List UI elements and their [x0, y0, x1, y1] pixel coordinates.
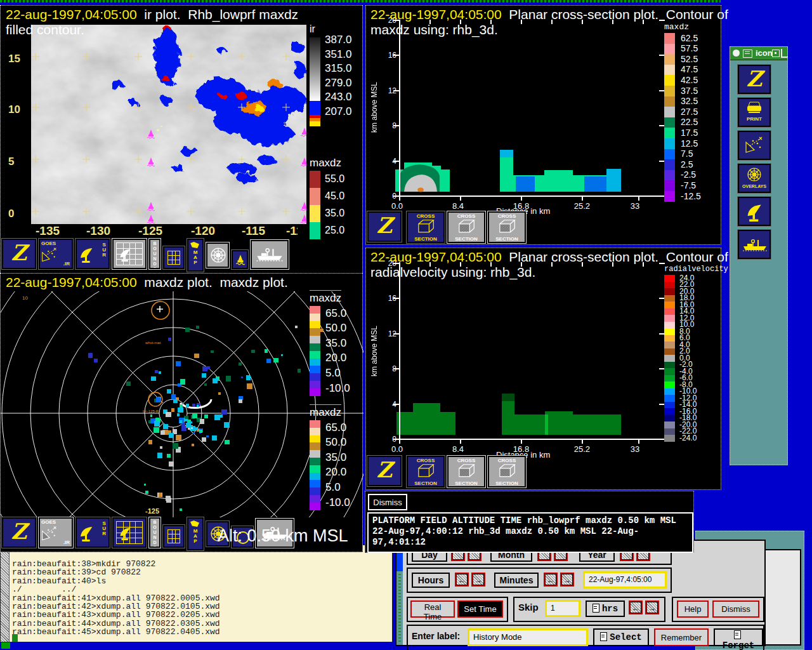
cube-icon [457, 219, 477, 235]
skip-back-button[interactable]: ← [629, 600, 643, 614]
colorbar-label: -12.5 [681, 191, 701, 201]
echo-pixel [180, 379, 185, 384]
colorbar-label: 35.0 [325, 451, 346, 464]
colorbar-cells [664, 33, 675, 202]
axis-tick-label: 0 [383, 192, 396, 201]
echo-pixel [88, 353, 93, 357]
echo-pixel [202, 366, 207, 371]
colorbar-label: 65.0 [325, 421, 346, 434]
surveillance-button[interactable]: S U R [75, 239, 110, 269]
control-scrollbar[interactable] [396, 541, 403, 645]
ir-colorbar-title: ir [310, 23, 315, 35]
colorbar-label: -7.5 [681, 180, 696, 190]
polar-overlay-button[interactable] [206, 242, 229, 268]
echo-pixel [148, 440, 152, 444]
help-button[interactable]: Help [677, 600, 709, 618]
tick [582, 439, 583, 444]
zebra-button[interactable]: Z [367, 456, 402, 486]
map-button[interactable]: M A P [187, 239, 204, 272]
select-button[interactable]: Select [593, 628, 649, 646]
overlays-button[interactable]: OVERLAYS [738, 164, 771, 193]
window-menu-icon[interactable] [733, 50, 740, 56]
satellite-button[interactable] [738, 131, 771, 160]
icon-window-titlebar[interactable]: icon [730, 47, 787, 60]
grid-button[interactable] [163, 525, 185, 548]
hours-forward-button[interactable]: → [471, 573, 485, 587]
print-button[interactable]: PRINT [738, 98, 771, 127]
goes-ir-button[interactable]: GOES.IR [39, 517, 73, 548]
y-axis [399, 20, 400, 196]
minutes-forward-button[interactable]: → [560, 573, 574, 587]
skip-units-button[interactable]: hrs [586, 600, 625, 617]
ship-button[interactable] [738, 230, 771, 259]
echo-pixel [212, 435, 217, 441]
skip-field[interactable]: 1 [545, 600, 580, 617]
cross-section-button[interactable]: CROSSSECTION [447, 211, 485, 243]
buoy-button[interactable] [232, 250, 248, 269]
ship-button[interactable] [251, 240, 289, 269]
y-axis-label: km above MSL [370, 82, 379, 133]
zebra-button[interactable]: Z [2, 517, 36, 548]
echo-pixel [191, 427, 193, 429]
remember-button[interactable]: Remember [654, 628, 709, 646]
echo-pixel [226, 376, 232, 381]
window-list-icon[interactable] [743, 50, 752, 58]
echo-pixel [173, 399, 177, 403]
cross-section-button[interactable]: CROSSSECTION [447, 456, 485, 488]
cube-icon [497, 463, 518, 480]
echo-pixel [150, 415, 153, 417]
echo-pixel [185, 416, 188, 419]
zebra-home-button[interactable]: Z [738, 65, 771, 94]
colorbar-label: 45.0 [325, 190, 344, 202]
cross-section-button[interactable]: CROSSSECTION [407, 211, 445, 243]
terminal-window[interactable]: 970806/ 970817/ cover.girs/rain:beaufait… [0, 545, 393, 642]
zebra-button[interactable]: Z [367, 211, 402, 242]
bounds-button[interactable]: B O U N D S [149, 239, 160, 269]
surveillance-button[interactable]: S U R [75, 517, 110, 548]
bounds-button[interactable]: B O U N D S [149, 517, 160, 548]
colorbar-label: 351.0 [325, 48, 352, 61]
window-iconify-icon[interactable] [772, 50, 780, 57]
window-resize-icon[interactable] [781, 49, 788, 58]
hours-button[interactable]: Hours [412, 573, 450, 588]
cross-section-button[interactable]: CROSSSECTION [488, 456, 526, 488]
section-label: SECTION [489, 481, 525, 486]
label-field[interactable]: History Mode [468, 628, 588, 646]
map-label: M A P [188, 529, 202, 544]
colorbar-label: 62.5 [681, 33, 698, 43]
cross-section-button[interactable]: CROSSSECTION [407, 456, 445, 488]
echo-pixel [157, 453, 162, 458]
time-field[interactable]: 22-Aug-97,4:05:00 [583, 571, 667, 588]
dismiss-button[interactable]: Dismiss [368, 494, 407, 510]
skip-forward-button[interactable]: → [645, 600, 659, 614]
zebra-button[interactable]: Z [2, 239, 36, 269]
minutes-button[interactable]: Minutes [494, 573, 539, 588]
echo-pixel [266, 359, 271, 363]
ppi-maxdz-colorbar-lower: maxdz 65.050.035.020.05.0-10.0 [310, 404, 341, 421]
echo-pixel [177, 413, 180, 416]
terminal-scrollbar[interactable] [1, 545, 10, 642]
grid-icon [116, 521, 143, 544]
overlays-label: OVERLAYS [739, 184, 769, 189]
radar-button[interactable] [738, 197, 771, 226]
set-time-button[interactable]: Set Time [457, 600, 503, 618]
cross-section-button[interactable]: CROSSSECTION [488, 211, 526, 243]
enter-label: Enter label: [412, 631, 460, 641]
hours-back-button[interactable]: ← [455, 573, 469, 587]
grid-radar-button[interactable] [112, 239, 147, 269]
plot-subtitle: radialvelocity using: rhb_3d. [370, 265, 535, 280]
goes-ir-button[interactable]: GOES.IR [39, 239, 73, 269]
real-time-button[interactable]: Real Time [410, 600, 455, 618]
ir-colorbar: ir 387.0351.0315.0279.0243.0207.0 [310, 23, 315, 35]
echo-pixel [169, 433, 174, 438]
echo-pixel [218, 392, 221, 395]
grid-button[interactable] [163, 246, 185, 269]
minutes-back-button[interactable]: ← [544, 573, 558, 587]
map-button[interactable]: M A P [187, 517, 204, 550]
cross-section-velocity-window: 22-aug-1997,04:05:00 Planar cross-sectio… [365, 248, 721, 490]
tick [582, 196, 583, 201]
forget-button[interactable]: Forget [714, 628, 763, 646]
axis-tick-label: 4 [383, 400, 396, 409]
dismiss-button[interactable]: Dismiss [712, 600, 759, 618]
grid-radar-button[interactable] [112, 517, 147, 548]
